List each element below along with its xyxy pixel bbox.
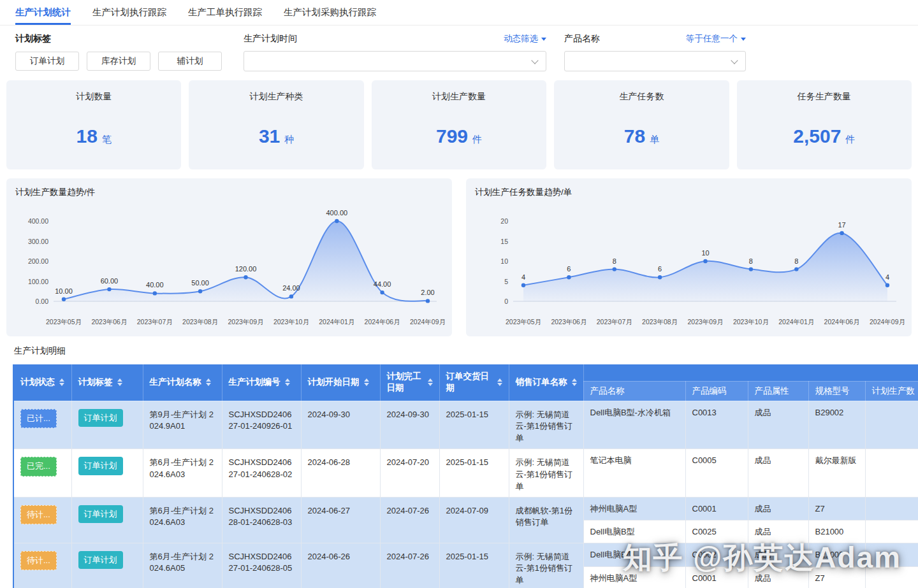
- cell-product-attr: 成品: [748, 497, 808, 520]
- svg-text:6: 6: [567, 265, 571, 273]
- stat-label: 生产任务数: [619, 91, 664, 103]
- svg-text:2023年08月: 2023年08月: [182, 318, 218, 326]
- product-column-header-2[interactable]: 产品属性: [748, 381, 808, 401]
- column-header-2[interactable]: 生产计划名称: [143, 364, 222, 401]
- svg-text:2024年06月: 2024年06月: [824, 318, 860, 326]
- column-header-label: 计划状态: [20, 376, 55, 388]
- cell-plan-qty: [865, 567, 918, 588]
- product-filter-mode-dropdown[interactable]: 等于任意一个: [686, 33, 746, 45]
- svg-text:2023年07月: 2023年07月: [137, 318, 173, 326]
- status-badge[interactable]: 已完...: [20, 457, 57, 477]
- cell-product-attr: 成品: [748, 401, 808, 449]
- time-filter-mode-label: 动态筛选: [504, 33, 538, 45]
- svg-text:2023年09月: 2023年09月: [687, 318, 723, 326]
- task-quantity-trend-chart: 0510152042023年05月62023年06月82023年07月62023…: [475, 204, 905, 331]
- stock-plan-button[interactable]: 库存计划: [87, 52, 150, 71]
- auxiliary-plan-button[interactable]: 辅计划: [158, 52, 222, 71]
- svg-text:2024年01月: 2024年01月: [319, 318, 354, 326]
- sort-icon[interactable]: [117, 378, 122, 386]
- time-filter-mode-dropdown[interactable]: 动态筛选: [504, 33, 546, 45]
- svg-text:8: 8: [749, 257, 753, 265]
- svg-text:4: 4: [521, 273, 525, 281]
- caret-down-icon: [741, 38, 746, 41]
- status-badge[interactable]: 已计...: [20, 409, 57, 429]
- cell-product-code: C0013: [685, 401, 748, 449]
- product-column-header-3[interactable]: 规格型号: [808, 381, 865, 401]
- svg-text:2023年07月: 2023年07月: [597, 318, 632, 326]
- svg-text:120.00: 120.00: [235, 265, 257, 273]
- column-header-0[interactable]: 计划状态: [14, 364, 71, 401]
- svg-text:2024年09月: 2024年09月: [870, 318, 905, 326]
- tab-plan-purchase-execution-tracking[interactable]: 生产计划采购执行跟踪: [284, 0, 376, 25]
- column-header-4[interactable]: 计划开始日期: [301, 364, 380, 401]
- sort-icon[interactable]: [59, 378, 64, 386]
- tab-workorder-execution-tracking[interactable]: 生产工单执行跟踪: [188, 0, 262, 25]
- sort-icon[interactable]: [497, 378, 502, 386]
- column-header-label: 计划开始日期: [308, 376, 360, 388]
- cell-product-spec: 戴尔最新版: [808, 449, 865, 498]
- order-plan-button[interactable]: 订单计划: [15, 52, 79, 71]
- stat-unit: 笔: [102, 134, 112, 146]
- cell-product-attr: 成品: [748, 449, 808, 498]
- cell-plan-qty: [865, 497, 918, 520]
- cell-plan-status: 待计...: [14, 497, 71, 543]
- status-badge[interactable]: 待计...: [20, 551, 57, 571]
- cell-product-attr: 成品: [748, 543, 808, 567]
- cell-product-code: C0005: [685, 449, 748, 498]
- product-column-header-0[interactable]: 产品名称: [583, 381, 685, 401]
- cell-finish-date: 2024-07-26: [380, 543, 439, 588]
- column-header-label: 计划完工日期: [387, 371, 423, 394]
- cell-order-name: 示例: 无锡简道云-第1份销售订单: [509, 543, 583, 588]
- product-name-select[interactable]: [564, 51, 746, 71]
- chart-title: 计划生产任务数量趋势/单: [475, 187, 905, 198]
- stat-card-3: 生产任务数78单: [554, 80, 729, 169]
- cell-delivery-date: 2025-01-15: [439, 543, 509, 588]
- product-column-header-1[interactable]: 产品编码: [685, 381, 748, 401]
- svg-text:2023年05月: 2023年05月: [506, 318, 541, 326]
- tab-plan-execution-tracking[interactable]: 生产计划执行跟踪: [92, 0, 166, 25]
- svg-text:24.00: 24.00: [282, 284, 300, 292]
- plan-tag-badge[interactable]: 订单计划: [78, 551, 123, 570]
- svg-text:2023年06月: 2023年06月: [551, 318, 586, 326]
- cell-delivery-date: 2024-07-09: [439, 497, 509, 543]
- caret-down-icon: [541, 38, 546, 41]
- product-column-header-4[interactable]: 计划生产数: [865, 381, 918, 401]
- sort-icon[interactable]: [428, 378, 433, 386]
- status-badge[interactable]: 待计...: [20, 505, 57, 525]
- svg-text:8: 8: [613, 257, 616, 265]
- sort-icon[interactable]: [572, 378, 577, 386]
- column-header-3[interactable]: 生产计划编号: [222, 364, 301, 401]
- cell-plan-qty: [865, 401, 918, 449]
- sort-icon[interactable]: [364, 378, 369, 386]
- plan-time-select[interactable]: [244, 51, 546, 71]
- plan-time-label: 生产计划时间: [244, 33, 297, 45]
- plan-tag-badge[interactable]: 订单计划: [78, 505, 123, 524]
- svg-text:100.00: 100.00: [28, 278, 48, 285]
- sort-icon[interactable]: [206, 378, 211, 386]
- cell-plan-status: 待计...: [14, 543, 71, 588]
- column-header-label: 生产计划名称: [150, 376, 201, 388]
- column-header-5[interactable]: 计划完工日期: [380, 364, 439, 401]
- sort-icon[interactable]: [285, 378, 290, 386]
- cell-plan-status: 已完...: [14, 449, 71, 498]
- cell-plan-name: 第6月-生产计划 2024.6A05: [143, 543, 222, 588]
- column-header-6[interactable]: 订单交货日期: [439, 364, 509, 401]
- column-header-1[interactable]: 计划标签: [71, 364, 143, 401]
- stat-card-0: 计划数量18笔: [6, 80, 181, 169]
- svg-text:400.00: 400.00: [28, 217, 48, 225]
- plan-tag-badge[interactable]: 订单计划: [78, 457, 123, 475]
- svg-text:2023年08月: 2023年08月: [642, 318, 678, 326]
- tab-production-plan-stats[interactable]: 生产计划统计: [15, 0, 71, 25]
- stat-unit: 件: [845, 134, 855, 146]
- cell-product-code: C0001: [685, 567, 748, 588]
- plan-time-filter: 生产计划时间 动态筛选: [244, 33, 546, 71]
- svg-text:400.00: 400.00: [326, 209, 347, 217]
- column-header-7[interactable]: 销售订单名称: [509, 364, 583, 401]
- plan-tag-badge[interactable]: 订单计划: [78, 409, 123, 427]
- cell-start-date: 2024-06-27: [301, 497, 380, 543]
- cell-plan-no: SCJHXSDD240627-01-240926-01: [222, 401, 301, 449]
- svg-text:2.00: 2.00: [421, 289, 434, 296]
- cell-plan-name: 第6月-生产计划 2024.6A03: [143, 449, 222, 498]
- cell-start-date: 2024-06-26: [301, 543, 380, 588]
- cell-order-name: 示例: 无锡简道云-第1份销售订单: [509, 449, 583, 498]
